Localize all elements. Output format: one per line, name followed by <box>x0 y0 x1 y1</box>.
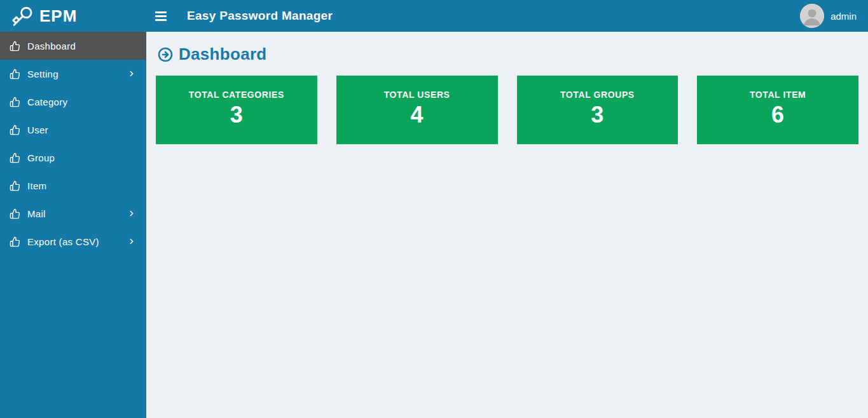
app-title: Easy Password Manager <box>187 9 333 23</box>
stat-card-total-users: TOTAL USERS 4 <box>336 76 498 144</box>
sidebar-item-label: Item <box>27 180 120 191</box>
sidebar: Dashboard Setting Category <box>0 32 146 418</box>
thumbs-up-icon <box>10 152 20 163</box>
chevron-right-icon <box>127 237 136 246</box>
hamburger-icon[interactable] <box>155 11 168 21</box>
main-content: Dashboard TOTAL CATEGORIES 3 TOTAL USERS… <box>146 32 868 418</box>
stat-card-label: TOTAL CATEGORIES <box>156 90 317 100</box>
sidebar-item-label: Setting <box>27 69 120 79</box>
stat-card-label: TOTAL ITEM <box>697 90 858 100</box>
user-name: admin <box>830 11 857 22</box>
sidebar-item-item[interactable]: Item <box>0 172 146 199</box>
sidebar-item-category[interactable]: Category <box>0 88 146 116</box>
stat-card-label: TOTAL GROUPS <box>517 90 679 100</box>
sidebar-item-dashboard[interactable]: Dashboard <box>0 32 146 60</box>
brand-text: EPM <box>39 6 77 26</box>
key-icon <box>11 5 33 27</box>
person-avatar-icon <box>800 4 824 28</box>
sidebar-item-label: Mail <box>27 208 120 219</box>
sidebar-item-mail[interactable]: Mail <box>0 199 146 227</box>
stat-card-total-categories: TOTAL CATEGORIES 3 <box>156 76 317 144</box>
page-heading: Dashboard <box>158 44 858 64</box>
sidebar-item-label: Dashboard <box>27 41 120 51</box>
thumbs-up-icon <box>10 236 20 247</box>
stat-card-value: 6 <box>697 104 858 126</box>
sidebar-item-setting[interactable]: Setting <box>0 60 146 88</box>
thumbs-up-icon <box>10 69 20 79</box>
sidebar-nav: Dashboard Setting Category <box>0 32 146 255</box>
chevron-right-icon <box>127 209 136 218</box>
page-title: Dashboard <box>179 44 267 64</box>
stat-card-label: TOTAL USERS <box>336 90 498 100</box>
stat-card-total-groups: TOTAL GROUPS 3 <box>517 76 679 144</box>
thumbs-up-icon <box>10 125 20 135</box>
sidebar-item-label: Export (as CSV) <box>27 236 120 247</box>
sidebar-item-group[interactable]: Group <box>0 144 146 172</box>
sidebar-item-label: Group <box>27 152 120 163</box>
arrow-circle-right-icon <box>158 47 173 62</box>
thumbs-up-icon <box>10 97 20 107</box>
stat-card-value: 4 <box>336 104 498 126</box>
top-bar: EPM Easy Password Manager admin <box>0 0 868 32</box>
chevron-right-icon <box>127 69 136 78</box>
thumbs-up-icon <box>10 180 20 191</box>
stat-cards: TOTAL CATEGORIES 3 TOTAL USERS 4 TOTAL G… <box>156 76 858 144</box>
sidebar-item-user[interactable]: User <box>0 116 146 144</box>
top-bar-right: Easy Password Manager admin <box>146 0 868 32</box>
stat-card-value: 3 <box>517 104 679 126</box>
sidebar-item-label: User <box>27 125 120 135</box>
thumbs-up-icon <box>10 41 20 51</box>
sidebar-item-label: Category <box>27 97 120 107</box>
stat-card-total-item: TOTAL ITEM 6 <box>697 76 858 144</box>
stat-card-value: 3 <box>156 104 317 126</box>
user-menu[interactable]: admin <box>800 4 868 28</box>
sidebar-item-export-as-csv[interactable]: Export (as CSV) <box>0 227 146 255</box>
thumbs-up-icon <box>10 208 20 219</box>
brand-logo[interactable]: EPM <box>0 0 146 32</box>
